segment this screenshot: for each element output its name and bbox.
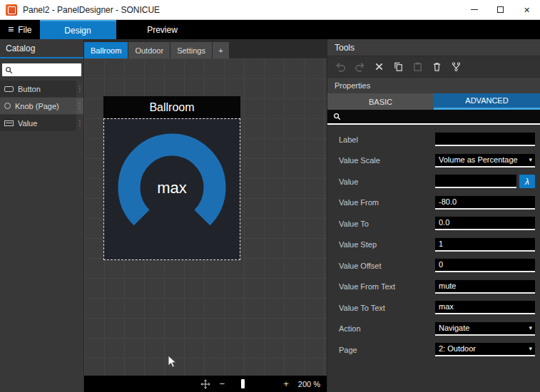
properties-search-input[interactable] — [327, 110, 540, 125]
menu-bar: File Design Preview — [0, 20, 540, 39]
page-tab-ballroom[interactable]: Ballroom — [84, 42, 128, 58]
properties-title: Properties — [327, 78, 540, 93]
value-icon — [4, 120, 14, 126]
value-step-input[interactable]: 1 — [435, 238, 535, 252]
property-row-page: Page2: Outdoor — [327, 339, 540, 361]
paste-icon — [412, 61, 423, 72]
catalog-item-label: Value — [18, 119, 37, 128]
zoom-bar: − + 200 % — [84, 376, 327, 392]
window-title: Panel2 - PanelDesigner - SONICUE — [23, 5, 160, 15]
properties-tab-advanced[interactable]: ADVANCED — [434, 93, 540, 110]
knob-value-text: max — [104, 179, 240, 197]
catalog-item-button[interactable]: Button — [0, 81, 83, 97]
zoom-slider-thumb[interactable] — [241, 379, 245, 388]
widget-title: Ballroom — [103, 96, 240, 118]
property-row-value-from-text: Value From Textmute — [327, 277, 540, 298]
property-label: Page — [339, 346, 435, 354]
trash-icon — [432, 61, 442, 72]
zoom-slider[interactable] — [234, 379, 274, 388]
undo-icon — [335, 61, 346, 72]
catalog-item-label: Knob (Page) — [15, 102, 59, 110]
zoom-in-button[interactable]: + — [283, 379, 289, 388]
value-to-input[interactable]: 0.0 — [435, 217, 535, 230]
catalog-title: Catalog — [0, 39, 83, 58]
canvas-area: BallroomOutdoorSettings+ Ballroom max − — [84, 39, 327, 392]
close-icon — [524, 5, 530, 15]
zoom-level: 200 % — [298, 380, 320, 388]
redo-button[interactable] — [351, 58, 368, 76]
property-row-label: Label — [327, 129, 540, 150]
page-tab-settings[interactable]: Settings — [170, 42, 212, 58]
tab-design[interactable]: Design — [40, 20, 116, 39]
knob-icon — [4, 103, 11, 109]
search-icon — [5, 66, 13, 74]
copy-icon — [393, 61, 404, 72]
catalog-item-knob-page[interactable]: Knob (Page) — [0, 98, 83, 114]
drag-handle-icon[interactable] — [76, 81, 83, 97]
value-from-text-input[interactable]: mute — [435, 280, 535, 294]
property-label: Action — [339, 324, 435, 333]
lambda-button[interactable]: λ — [519, 175, 535, 188]
drag-handle-icon[interactable] — [76, 98, 83, 114]
trash-button[interactable] — [428, 58, 445, 76]
property-label: Value Offset — [339, 262, 435, 270]
maximize-icon — [497, 6, 504, 13]
value-input[interactable] — [435, 175, 516, 188]
properties-list: LabelValue ScaleVolume as PercentageValu… — [327, 125, 540, 392]
property-label: Value Scale — [339, 156, 435, 165]
property-row-action: ActionNavigate — [327, 319, 540, 340]
tools-title: Tools — [327, 39, 540, 56]
property-row-value-to-text: Value To Textmax — [327, 297, 540, 319]
catalog-panel: Catalog ButtonKnob (Page)Value — [0, 39, 84, 392]
file-menu-label: File — [18, 25, 31, 35]
catalog-item-label: Button — [18, 85, 41, 93]
label-input[interactable] — [435, 133, 535, 146]
delete-button[interactable] — [370, 58, 387, 76]
action-select[interactable]: Navigate — [435, 322, 535, 336]
value-offset-input[interactable]: 0 — [435, 259, 535, 272]
app-icon — [6, 4, 17, 16]
property-row-value-step: Value Step1 — [327, 234, 540, 256]
title-bar: Panel2 - PanelDesigner - SONICUE — [0, 0, 540, 20]
zoom-out-button[interactable]: − — [220, 379, 225, 388]
value-scale-select[interactable]: Volume as Percentage — [435, 154, 535, 167]
design-canvas[interactable]: Ballroom max — [84, 58, 327, 376]
branch-button[interactable] — [447, 58, 464, 76]
maximize-button[interactable] — [487, 0, 514, 19]
catalog-search-input[interactable] — [2, 63, 81, 76]
delete-icon — [374, 61, 384, 72]
properties-tab-basic[interactable]: BASIC — [327, 93, 434, 110]
tools-toolbar — [327, 56, 540, 78]
tab-preview[interactable]: Preview — [116, 20, 209, 39]
property-row-value-scale: Value ScaleVolume as Percentage — [327, 150, 540, 172]
value-to-text-input[interactable]: max — [435, 301, 535, 314]
properties-tabs: BASICADVANCED — [327, 93, 540, 110]
minimize-button[interactable] — [461, 0, 487, 19]
minimize-icon — [471, 9, 478, 10]
property-label: Value — [339, 177, 435, 186]
move-tool-icon[interactable] — [200, 379, 210, 389]
drag-handle-icon[interactable] — [76, 115, 83, 131]
close-button[interactable] — [514, 0, 540, 19]
knob-control[interactable]: max — [103, 118, 240, 260]
property-row-value-to: Value To0.0 — [327, 213, 540, 234]
catalog-item-value[interactable]: Value — [0, 115, 83, 131]
paste-button[interactable] — [409, 58, 426, 76]
property-label: Value Step — [339, 240, 435, 249]
catalog-list: ButtonKnob (Page)Value — [0, 81, 83, 132]
app-window: Panel2 - PanelDesigner - SONICUE File De… — [0, 0, 540, 392]
knob-widget[interactable]: Ballroom max — [103, 96, 240, 260]
add-page-tab[interactable]: + — [213, 42, 229, 58]
page-tabs: BallroomOutdoorSettings+ — [84, 39, 327, 58]
undo-button[interactable] — [332, 58, 349, 76]
file-menu-button[interactable]: File — [0, 20, 40, 39]
value-from-input[interactable]: -80.0 — [435, 196, 535, 210]
page-select[interactable]: 2: Outdoor — [435, 343, 535, 356]
copy-button[interactable] — [389, 58, 407, 76]
page-tab-outdoor[interactable]: Outdoor — [128, 42, 170, 58]
property-label: Value To — [339, 220, 435, 228]
branch-icon — [451, 61, 462, 72]
property-row-value-from: Value From-80.0 — [327, 192, 540, 214]
property-row-value-offset: Value Offset0 — [327, 255, 540, 277]
button-icon — [4, 86, 14, 92]
